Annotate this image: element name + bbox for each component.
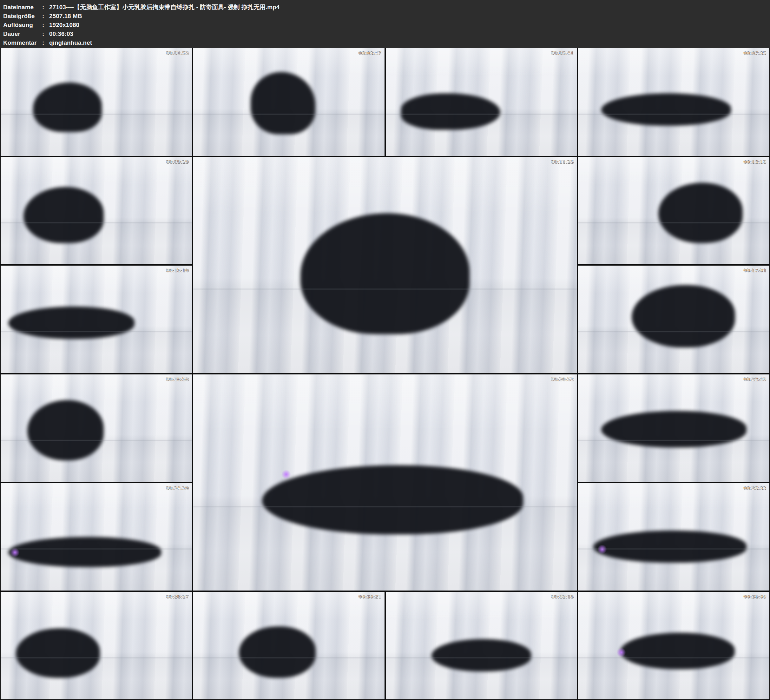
file-size-value: 2507.18 MB	[49, 12, 770, 21]
figure-silhouette	[601, 411, 747, 447]
timestamp-overlay: 00:24:39	[166, 485, 188, 491]
figure-silhouette	[262, 465, 523, 534]
separator: :	[42, 12, 49, 21]
video-thumbnail-10: 00:18:58	[1, 374, 192, 482]
video-thumbnail-3: 00:05:41	[386, 48, 577, 156]
file-info-header: Dateiname : 27103----【无脑鱼工作室】小元乳胶后拘束带自缚挣…	[0, 0, 770, 48]
video-thumbnail-4: 00:07:35	[578, 48, 769, 156]
thumbnail-image	[578, 48, 769, 156]
timestamp-overlay: 00:32:15	[551, 594, 574, 600]
thumbnail-image	[578, 592, 769, 699]
figure-silhouette	[8, 537, 161, 567]
figure-silhouette	[23, 187, 104, 243]
timestamp-overlay: 00:30:21	[359, 594, 381, 600]
figure-silhouette	[33, 83, 102, 132]
timestamp-overlay: 00:01:53	[166, 50, 188, 56]
figure-silhouette	[601, 93, 731, 126]
thumbnail-image	[386, 592, 577, 699]
resolution-label: Auflösung	[3, 21, 42, 29]
figure-silhouette	[27, 400, 104, 460]
thumbnail-image	[578, 157, 769, 265]
video-thumbnail-8: 00:15:10	[1, 266, 192, 373]
resolution-row: Auflösung : 1920x1080	[3, 21, 770, 29]
thumbnail-image	[1, 48, 192, 156]
timestamp-overlay: 00:28:27	[166, 594, 188, 600]
thumbnail-grid: 00:01:53 00:03:47 00:05:41 00:07:35	[0, 48, 770, 700]
thumbnail-image	[193, 48, 385, 156]
figure-silhouette	[8, 306, 134, 339]
video-thumbnail-15: 00:28:27	[1, 592, 192, 699]
video-thumbnail-2: 00:03:47	[193, 48, 385, 156]
timestamp-overlay: 00:18:58	[166, 376, 188, 382]
video-thumbnail-18: 00:34:09	[578, 592, 769, 699]
separator: :	[42, 3, 49, 12]
video-thumbnail-17: 00:32:15	[386, 592, 577, 699]
video-thumbnail-11-large: 00:20:52	[193, 374, 577, 590]
figure-silhouette	[301, 213, 469, 334]
led-glow	[597, 544, 607, 554]
timestamp-overlay: 00:22:46	[744, 376, 766, 382]
file-name-label: Dateiname	[3, 3, 42, 12]
thumbnail-image	[193, 157, 577, 373]
duration-value: 00:36:03	[49, 29, 770, 38]
video-thumbnail-16: 00:30:21	[193, 592, 385, 699]
thumbnail-image	[1, 266, 192, 373]
file-size-row: Dateigröße : 2507.18 MB	[3, 12, 770, 21]
figure-silhouette	[632, 285, 735, 347]
timestamp-overlay: 00:26:33	[744, 485, 766, 491]
duration-row: Dauer : 00:36:03	[3, 29, 770, 38]
figure-silhouette	[401, 93, 500, 130]
timestamp-overlay: 00:13:16	[744, 159, 766, 165]
thumbnail-image	[193, 374, 577, 590]
resolution-value: 1920x1080	[49, 21, 770, 29]
file-name-value: 27103----【无脑鱼工作室】小元乳胶后拘束带自缚挣扎 - 防毒面具- 强制…	[49, 3, 770, 12]
separator: :	[42, 38, 49, 47]
thumbnail-image	[1, 592, 192, 699]
thumbnail-image	[578, 374, 769, 482]
figure-silhouette	[620, 633, 735, 669]
timestamp-overlay: 00:17:04	[744, 267, 766, 273]
file-size-label: Dateigröße	[3, 12, 42, 21]
timestamp-overlay: 00:03:47	[359, 50, 381, 56]
led-glow	[281, 470, 291, 479]
video-thumbnail-1: 00:01:53	[1, 48, 192, 156]
thumbnail-image	[386, 48, 577, 156]
video-thumbnail-9: 00:17:04	[578, 266, 769, 373]
figure-silhouette	[593, 531, 746, 563]
video-thumbnail-12: 00:22:46	[578, 374, 769, 482]
comment-label: Kommentar	[3, 38, 42, 47]
video-thumbnail-7: 00:13:16	[578, 157, 769, 265]
video-thumbnail-5: 00:09:29	[1, 157, 192, 265]
figure-silhouette	[432, 639, 531, 671]
separator: :	[42, 21, 49, 29]
timestamp-overlay: 00:15:10	[166, 267, 188, 273]
video-thumbnail-14: 00:26:33	[578, 483, 769, 591]
file-name-row: Dateiname : 27103----【无脑鱼工作室】小元乳胶后拘束带自缚挣…	[3, 3, 770, 12]
timestamp-overlay: 00:09:29	[166, 159, 188, 165]
timestamp-overlay: 00:05:41	[551, 50, 574, 56]
timestamp-overlay: 00:07:35	[744, 50, 766, 56]
video-thumbnail-6-large: 00:11:23	[193, 157, 577, 373]
figure-silhouette	[239, 626, 315, 678]
separator: :	[42, 29, 49, 38]
duration-label: Dauer	[3, 29, 42, 38]
thumbnail-image	[1, 483, 192, 591]
led-glow	[10, 548, 20, 557]
thumbnail-image	[578, 483, 769, 591]
video-thumbnail-13: 00:24:39	[1, 483, 192, 591]
timestamp-overlay: 00:34:09	[744, 594, 766, 600]
thumbnail-image	[1, 157, 192, 265]
figure-silhouette	[251, 72, 316, 134]
figure-silhouette	[16, 628, 100, 678]
thumbnail-image	[578, 266, 769, 373]
figure-silhouette	[658, 183, 742, 243]
comment-value: qinglanhua.net	[49, 38, 770, 47]
thumbnail-image	[1, 374, 192, 482]
timestamp-overlay: 00:11:23	[551, 159, 574, 165]
thumbnail-image	[193, 592, 385, 699]
video-contact-sheet: Dateiname : 27103----【无脑鱼工作室】小元乳胶后拘束带自缚挣…	[0, 0, 770, 700]
comment-row: Kommentar : qinglanhua.net	[3, 38, 770, 47]
timestamp-overlay: 00:20:52	[551, 376, 574, 382]
